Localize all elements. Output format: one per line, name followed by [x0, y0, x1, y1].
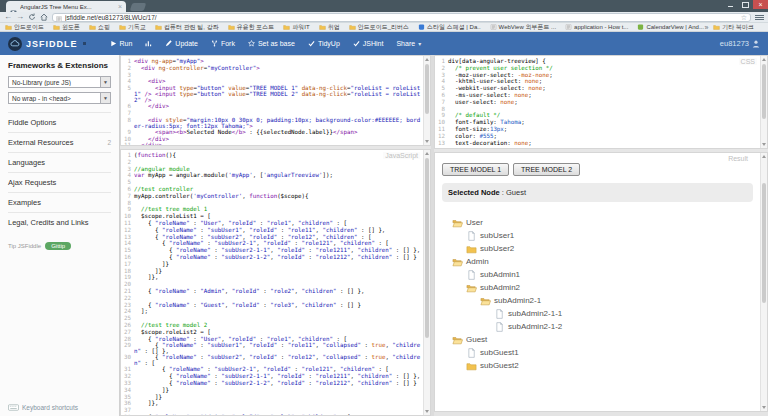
- home-icon[interactable]: [40, 13, 48, 21]
- css-code[interactable]: 1div[data-angular-treeview] {2 /* preven…: [435, 56, 760, 148]
- set-as-base-button[interactable]: Set as base: [248, 40, 295, 47]
- code-text: /* default */: [448, 112, 760, 119]
- jshint-button[interactable]: JSHint: [353, 40, 384, 47]
- js-panel[interactable]: JavaScript 1(function(){23//angular modu…: [120, 149, 431, 416]
- scroll-down-icon[interactable]: [761, 404, 767, 411]
- bookmark-item[interactable]: 기독교: [119, 23, 146, 32]
- js-code[interactable]: 1(function(){23//angular module4var myAp…: [121, 150, 423, 415]
- line-number: 9: [121, 129, 134, 136]
- tree-model-button-1[interactable]: TREE MODEL 1: [442, 163, 509, 176]
- scroll-up-icon[interactable]: [424, 150, 430, 157]
- scroll-up-icon[interactable]: [761, 153, 767, 160]
- tree-node-user[interactable]: User: [442, 216, 753, 229]
- scroll-down-icon[interactable]: [424, 138, 430, 145]
- user-menu[interactable]: eu81273: [720, 39, 760, 48]
- back-icon[interactable]: ←: [4, 13, 12, 21]
- wrap-select[interactable]: No wrap - in <head> ▼: [8, 92, 111, 104]
- sidebar-item-label: Ajax Requests: [8, 178, 56, 187]
- tree-node-subuser1[interactable]: subUser1: [442, 229, 753, 242]
- bookmark-star-icon[interactable]: ☆: [741, 14, 747, 21]
- tree-node-admin[interactable]: Admin: [442, 255, 753, 268]
- result-panel-scrollbar[interactable]: [760, 153, 767, 411]
- scroll-down-icon[interactable]: [424, 408, 430, 415]
- jsfiddle-logo[interactable]: JSFIDDLE: [8, 37, 86, 51]
- css-panel-scrollbar[interactable]: [760, 56, 767, 148]
- browser-menu-icon[interactable]: [755, 14, 764, 21]
- bookmark-item[interactable]: 취업: [319, 23, 340, 32]
- button-label: Share: [396, 40, 415, 47]
- bookmark-item[interactable]: CalendarView | And...: [637, 24, 703, 30]
- scroll-up-icon[interactable]: [761, 56, 767, 63]
- bookmarks-overflow-icon[interactable]: »: [704, 24, 708, 31]
- scroll-up-icon[interactable]: [424, 56, 430, 63]
- address-bar[interactable]: jsfiddle.net/eu81273/8LWUc/17/ ☆: [52, 13, 751, 22]
- line-number: 13: [121, 234, 134, 241]
- new-tab-button[interactable]: [130, 3, 147, 11]
- sidebar-item-label: Legal, Credits and Links: [8, 218, 88, 227]
- tree-node-subadmin2[interactable]: subAdmin2: [442, 281, 753, 294]
- window-close-button[interactable]: ×: [753, 0, 768, 9]
- share-button[interactable]: Share▾: [396, 40, 421, 47]
- tree-model-button-2[interactable]: TREE MODEL 2: [513, 163, 580, 176]
- scroll-down-icon[interactable]: [761, 141, 767, 148]
- scroll-thumb[interactable]: [425, 158, 429, 338]
- tree-node-subadmin2-1-2[interactable]: subAdmin2-1-2: [442, 320, 753, 333]
- tab-close-icon[interactable]: ×: [118, 4, 122, 10]
- bookmark-item[interactable]: 안드로이드: [5, 23, 44, 32]
- gittip-button[interactable]: Gittip: [45, 242, 71, 250]
- bookmark-item[interactable]: WebView 외부폰트 ...: [490, 23, 556, 32]
- tree-node-subguest1[interactable]: subGuest1: [442, 346, 753, 359]
- tree-node-subadmin2-1[interactable]: subAdmin2-1: [442, 294, 753, 307]
- tidyup-button[interactable]: TidyUp: [308, 40, 340, 47]
- tree-node-subadmin2-1-1[interactable]: subAdmin2-1-1: [442, 307, 753, 320]
- code-line: 8 <div style="margin:10px 0 30px 0; padd…: [121, 117, 423, 129]
- window-controls: ×: [723, 0, 768, 9]
- code-text: -webkit-user-select: none;: [448, 85, 760, 92]
- line-number: 12: [121, 227, 134, 234]
- bookmark-item[interactable]: 윈도폰: [53, 23, 80, 32]
- scroll-thumb[interactable]: [762, 183, 766, 303]
- window-minimize-button[interactable]: [723, 0, 738, 9]
- code-line: 31 { "roleName" : "subUser2-1", "roleId"…: [121, 366, 423, 373]
- bookmark-item[interactable]: 컴퓨터 관련 팁, 강좌: [155, 23, 219, 32]
- html-panel[interactable]: 1<div ng-app="myApp">2 <div ng-controlle…: [120, 55, 431, 146]
- other-bookmarks-folder[interactable]: 기타 북마크: [713, 23, 754, 32]
- tree-node-subguest2[interactable]: subGuest2: [442, 359, 753, 372]
- keyboard-shortcuts-link[interactable]: Keyboard shortcuts: [8, 404, 78, 411]
- bookmark-item[interactable]: application - How t...: [565, 24, 628, 30]
- sidebar-item-languages[interactable]: Languages: [8, 152, 111, 172]
- sidebar-item-external-resources[interactable]: External Resources2: [8, 132, 111, 152]
- sidebar-item-ajax-requests[interactable]: Ajax Requests: [8, 172, 111, 192]
- bookmark-item[interactable]: 스타일 스페셜 | Da..: [418, 23, 481, 32]
- window-maximize-button[interactable]: [738, 0, 753, 9]
- tree-node-subuser2[interactable]: subUser2: [442, 242, 753, 255]
- tree-node-guest[interactable]: Guest: [442, 333, 753, 346]
- js-panel-scrollbar[interactable]: [423, 150, 430, 415]
- code-line: 10 </div>: [121, 136, 423, 143]
- fork-button[interactable]: Fork: [211, 40, 235, 47]
- forward-icon[interactable]: →: [16, 13, 24, 21]
- sidebar-item-examples[interactable]: Examples: [8, 192, 111, 212]
- framework-select[interactable]: No-Library (pure JS) ▼: [8, 76, 111, 88]
- reload-icon[interactable]: [28, 13, 36, 21]
- bookmark-item[interactable]: 파워IT: [283, 23, 309, 32]
- browser-tab[interactable]: AngularJS Tree Menu Ex... ×: [6, 1, 126, 12]
- css-panel[interactable]: CSS 1div[data-angular-treeview] {2 /* pr…: [434, 55, 768, 149]
- bookmark-item[interactable]: 쇼핑: [89, 23, 110, 32]
- html-code[interactable]: 1<div ng-app="myApp">2 <div ng-controlle…: [121, 56, 423, 145]
- bookmark-item[interactable]: 안드로이드_리버스: [349, 23, 409, 32]
- update-button[interactable]: Update: [165, 40, 198, 47]
- sidebar-item-legal-credits-and-links[interactable]: Legal, Credits and Links: [8, 212, 111, 232]
- editor-column-left: 1<div ng-app="myApp">2 <div ng-controlle…: [120, 55, 431, 416]
- scroll-thumb[interactable]: [762, 64, 766, 119]
- html-panel-scrollbar[interactable]: [423, 56, 430, 145]
- stats-button[interactable]: [145, 40, 152, 47]
- tree-node-subadmin1[interactable]: subAdmin1: [442, 268, 753, 281]
- code-line: 18 ]}: [121, 268, 423, 275]
- run-button[interactable]: Run: [110, 40, 133, 47]
- sidebar-item-fiddle-options[interactable]: Fiddle Options: [8, 112, 111, 132]
- bookmark-item[interactable]: 유용한 포스트: [228, 23, 275, 32]
- main-content: Frameworks & Extensions No-Library (pure…: [0, 55, 768, 416]
- site-gray-icon: [565, 24, 572, 30]
- scroll-thumb[interactable]: [425, 64, 429, 114]
